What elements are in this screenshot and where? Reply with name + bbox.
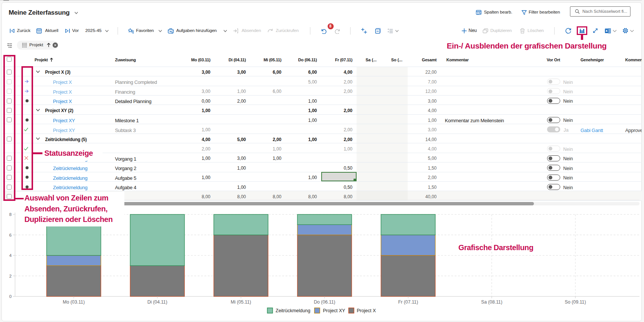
svg-text:Fr (07.11): Fr (07.11): [398, 299, 418, 305]
svg-text:4: 4: [9, 253, 12, 258]
svg-text:Zeitrückmeldung: Zeitrückmeldung: [276, 308, 310, 313]
svg-text:Do (06.11): Do (06.11): [314, 299, 335, 305]
svg-text:2: 2: [9, 274, 12, 278]
svg-text:6: 6: [9, 233, 12, 237]
svg-text:Mi (05.11): Mi (05.11): [231, 299, 251, 305]
svg-text:Project X: Project X: [357, 308, 376, 313]
svg-text:Sa (08.11): Sa (08.11): [481, 299, 502, 305]
svg-text:Project XY: Project XY: [323, 308, 346, 313]
svg-text:Mo (03.11): Mo (03.11): [63, 299, 85, 305]
svg-text:So (09.11): So (09.11): [565, 299, 586, 305]
svg-text:8: 8: [9, 212, 12, 217]
svg-text:0: 0: [9, 294, 12, 299]
svg-text:Di (04.11): Di (04.11): [147, 299, 167, 305]
